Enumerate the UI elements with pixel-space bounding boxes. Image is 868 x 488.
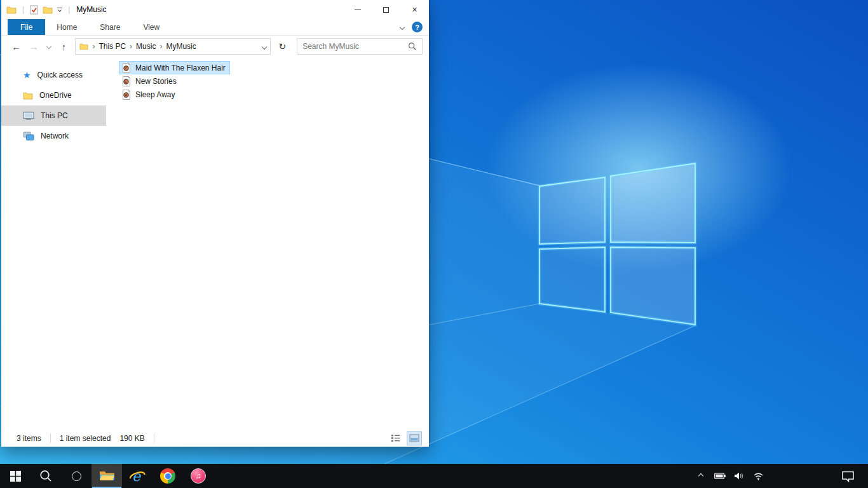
- sidebar-item-label: OneDrive: [39, 91, 72, 100]
- itunes-icon: ♫: [191, 468, 206, 484]
- breadcrumb-separator: ›: [92, 42, 95, 51]
- file-explorer-window: | | MyMusic × File Home Share View ?: [1, 0, 429, 447]
- sidebar-item-quick-access[interactable]: ★ Quick access: [1, 65, 106, 85]
- internet-explorer-icon: e: [129, 468, 146, 484]
- tab-share[interactable]: Share: [88, 19, 132, 35]
- chevron-up-icon: [698, 473, 703, 478]
- battery-indicator[interactable]: [712, 464, 728, 488]
- close-icon: ×: [412, 5, 417, 14]
- properties-icon[interactable]: [30, 5, 38, 15]
- search-icon: [39, 470, 52, 482]
- music-file-icon: [121, 90, 132, 100]
- navigation-bar: ← → ↑ › This PC › Music › MyMusic ↻: [1, 36, 429, 57]
- large-icons-view-button[interactable]: [407, 432, 421, 445]
- taskbar: e ♫: [0, 464, 868, 488]
- view-toggle-group: [388, 432, 421, 445]
- sidebar-item-label: Network: [41, 132, 69, 140]
- cortana-icon: [72, 471, 81, 481]
- help-button[interactable]: ?: [412, 22, 423, 32]
- new-folder-icon[interactable]: [43, 6, 53, 14]
- search-box: [297, 38, 423, 55]
- start-button[interactable]: [0, 464, 31, 488]
- customize-toolbar-chevron-icon[interactable]: [57, 8, 62, 11]
- status-item-count: 3 items: [17, 434, 41, 443]
- refresh-button[interactable]: ↻: [276, 41, 290, 51]
- file-explorer-icon: [99, 470, 115, 482]
- window-folder-icon: [6, 6, 17, 14]
- chrome-icon: [160, 468, 175, 484]
- volume-icon: [734, 471, 745, 480]
- maximize-button[interactable]: [372, 0, 400, 19]
- forward-button[interactable]: →: [28, 42, 41, 51]
- cortana-button[interactable]: [61, 464, 92, 488]
- breadcrumb-music[interactable]: Music: [136, 42, 156, 51]
- music-file-icon: [121, 76, 132, 86]
- recent-locations-chevron-icon[interactable]: [45, 44, 53, 48]
- minimize-icon: [355, 10, 361, 10]
- sidebar-item-this-pc[interactable]: This PC: [1, 105, 106, 126]
- ribbon-right-controls: ?: [400, 19, 429, 35]
- separator: |: [67, 5, 71, 14]
- this-pc-monitor-icon: [23, 111, 34, 121]
- sidebar-item-network[interactable]: Network: [1, 126, 106, 146]
- breadcrumb-separator: ›: [130, 42, 132, 51]
- desktop: | | MyMusic × File Home Share View ?: [0, 0, 868, 488]
- quick-access-star-icon: ★: [23, 71, 31, 79]
- file-row-selected[interactable]: Maid With The Flaxen Hair: [119, 61, 230, 74]
- maximize-icon: [383, 7, 389, 13]
- tab-home[interactable]: Home: [45, 19, 88, 35]
- status-size: 190 KB: [119, 434, 144, 443]
- status-divider: [154, 433, 154, 443]
- internet-explorer-button[interactable]: e: [122, 464, 153, 488]
- taskbar-search-button[interactable]: [31, 464, 61, 488]
- windows-start-icon: [10, 471, 21, 482]
- separator: |: [21, 5, 25, 14]
- file-row[interactable]: New Stories: [119, 74, 181, 88]
- file-name: Maid With The Flaxen Hair: [135, 64, 226, 72]
- details-view-icon: [391, 434, 400, 442]
- taskbar-file-explorer-button[interactable]: [92, 464, 122, 488]
- address-bar[interactable]: › This PC › Music › MyMusic: [75, 38, 270, 55]
- sidebar-item-label: Quick access: [37, 71, 83, 79]
- battery-icon: [714, 473, 726, 479]
- system-tray: [693, 464, 766, 488]
- network-icon: [23, 132, 34, 141]
- action-center-button[interactable]: [832, 464, 863, 488]
- volume-indicator[interactable]: [731, 464, 747, 488]
- details-view-button[interactable]: [388, 432, 402, 445]
- file-list: Maid With The Flaxen Hair New Stories Sl…: [106, 57, 429, 430]
- breadcrumb-this-pc[interactable]: This PC: [98, 42, 126, 51]
- sidebar-item-onedrive[interactable]: OneDrive: [1, 85, 106, 105]
- onedrive-folder-icon: [23, 92, 33, 100]
- status-divider: [50, 433, 51, 443]
- music-note-icon: ♫: [196, 471, 201, 480]
- navigation-pane: ★ Quick access OneDrive This PC Network: [1, 57, 106, 430]
- title-bar[interactable]: | | MyMusic ×: [1, 0, 429, 19]
- itunes-button[interactable]: ♫: [183, 464, 214, 488]
- music-file-icon: [121, 63, 132, 73]
- file-row[interactable]: Sleep Away: [119, 88, 180, 101]
- back-button[interactable]: ←: [10, 42, 23, 51]
- minimize-button[interactable]: [343, 0, 372, 19]
- file-name: New Stories: [135, 77, 177, 86]
- search-icon[interactable]: [408, 42, 417, 51]
- window-content: ★ Quick access OneDrive This PC Network: [1, 57, 429, 430]
- expand-ribbon-chevron-icon[interactable]: [400, 24, 405, 29]
- window-title: MyMusic: [76, 5, 106, 14]
- show-hidden-icons-button[interactable]: [693, 464, 709, 488]
- breadcrumb-mymusic[interactable]: MyMusic: [166, 42, 196, 51]
- network-indicator[interactable]: [750, 464, 766, 488]
- status-selection: 1 item selected: [60, 434, 111, 443]
- window-controls: ×: [343, 0, 429, 19]
- tab-view[interactable]: View: [132, 19, 171, 35]
- search-input[interactable]: [302, 42, 408, 51]
- location-folder-icon: [79, 43, 88, 50]
- ribbon-tabs: File Home Share View ?: [1, 19, 429, 36]
- tab-file[interactable]: File: [8, 19, 45, 35]
- address-dropdown-chevron-icon[interactable]: [262, 42, 266, 51]
- quick-access-toolbar: | |: [6, 5, 71, 15]
- close-button[interactable]: ×: [400, 0, 429, 19]
- up-button[interactable]: ↑: [58, 42, 71, 51]
- chrome-button[interactable]: [153, 464, 183, 488]
- sidebar-item-label: This PC: [41, 111, 68, 120]
